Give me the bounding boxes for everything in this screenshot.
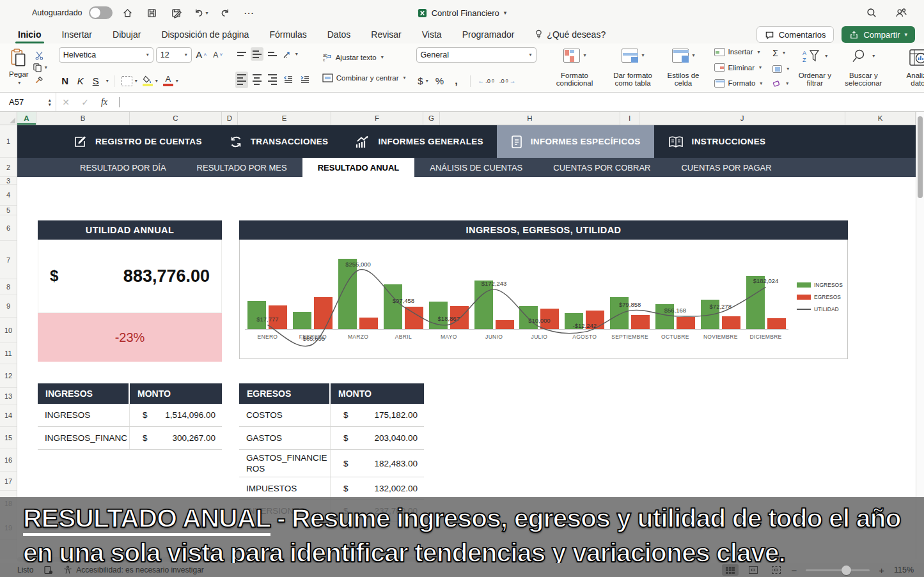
page-layout-view-button[interactable] bbox=[745, 564, 762, 576]
find-select-button[interactable]: ▾ Buscar y seleccionar bbox=[836, 47, 890, 88]
clear-button[interactable]: ▾ bbox=[772, 80, 789, 88]
home-icon[interactable] bbox=[119, 5, 137, 20]
decrease-decimal-button[interactable]: .00→ bbox=[498, 74, 517, 88]
row-header-5[interactable]: 5 bbox=[0, 206, 17, 215]
search-icon[interactable] bbox=[863, 5, 881, 20]
comments-button[interactable]: Comentarios bbox=[756, 26, 834, 43]
ribbon-tab-dibujar[interactable]: Dibujar bbox=[112, 27, 141, 42]
subnav-tab-resultado-por-día[interactable]: RESULTADO POR DÍA bbox=[65, 158, 182, 177]
macro-record-icon[interactable] bbox=[43, 565, 53, 574]
legend-item-ingresos[interactable]: INGRESOS bbox=[797, 282, 843, 288]
column-header-I[interactable]: I bbox=[620, 112, 639, 125]
page-break-view-button[interactable] bbox=[768, 564, 785, 576]
borders-button[interactable]: ▾ bbox=[120, 74, 139, 88]
fill-color-button[interactable]: ▾ bbox=[141, 74, 159, 88]
font-name-select[interactable]: Helvetica▾ bbox=[59, 47, 153, 63]
increase-indent-button[interactable] bbox=[298, 73, 312, 87]
zoom-in-button[interactable]: + bbox=[879, 565, 884, 576]
subnav-tab-cuentas-por-pagar[interactable]: CUENTAS POR PAGAR bbox=[666, 158, 787, 177]
column-header-A[interactable]: A bbox=[17, 112, 36, 125]
formula-input[interactable] bbox=[120, 93, 924, 111]
conditional-format-button[interactable]: ▾ Formato condicional bbox=[547, 47, 603, 88]
row-header-14[interactable]: 14 bbox=[0, 404, 17, 427]
currency-format-button[interactable]: $▾ bbox=[416, 74, 430, 88]
row-header-13[interactable]: 13 bbox=[0, 388, 17, 404]
autosum-button[interactable]: Σ▾ bbox=[772, 48, 789, 58]
more-icon[interactable]: ⋯ bbox=[240, 5, 258, 20]
vertical-scrollbar[interactable] bbox=[916, 112, 924, 559]
wrap-text-button[interactable]: abc Ajustar texto▾ bbox=[322, 53, 406, 62]
column-header-E[interactable]: E bbox=[238, 112, 331, 125]
sort-filter-button[interactable]: AZ▾ Ordenar y filtrar bbox=[793, 47, 836, 88]
save-as-icon[interactable] bbox=[168, 5, 185, 20]
copy-button[interactable]: ▾ bbox=[31, 61, 49, 73]
align-top-button[interactable] bbox=[235, 49, 248, 59]
row-header-2[interactable]: 2 bbox=[0, 158, 17, 177]
percent-format-button[interactable]: % bbox=[433, 74, 447, 88]
zoom-slider-thumb[interactable] bbox=[842, 565, 851, 575]
ribbon-tab--qu-deseas-[interactable]: ¿Qué deseas? bbox=[534, 27, 606, 42]
name-box-stepper[interactable]: ▲▼ bbox=[48, 98, 52, 107]
name-box[interactable]: A57 ▲▼ bbox=[0, 93, 56, 111]
decrease-indent-button[interactable] bbox=[281, 73, 295, 87]
font-color-button[interactable]: A▾ bbox=[162, 74, 180, 88]
insert-cells-button[interactable]: Insertar▾ bbox=[714, 48, 763, 56]
ribbon-tab-disposici-n-de-p-gina[interactable]: Disposición de página bbox=[161, 27, 249, 42]
paste-button[interactable]: Pegar ▾ bbox=[6, 47, 31, 88]
column-header-J[interactable]: J bbox=[639, 112, 845, 125]
row-header-6[interactable]: 6 bbox=[0, 215, 17, 241]
subnav-tab-resultado-por-mes[interactable]: RESULTADO POR MES bbox=[182, 158, 302, 177]
ribbon-tab-inicio[interactable]: Inicio bbox=[17, 27, 42, 42]
row-header-8[interactable]: 8 bbox=[0, 279, 17, 295]
increase-decimal-button[interactable]: ←.00 bbox=[477, 74, 496, 88]
delete-cells-button[interactable]: Eliminar▾ bbox=[714, 63, 763, 72]
bold-button[interactable]: N bbox=[59, 75, 72, 86]
row-header-7[interactable]: 7 bbox=[0, 241, 17, 279]
row-header-1[interactable]: 1 bbox=[0, 125, 17, 158]
format-as-table-button[interactable]: ▾ Dar formato como tabla bbox=[603, 47, 663, 88]
doc-title-chevron-icon[interactable]: ▾ bbox=[504, 10, 507, 16]
increase-font-icon[interactable]: A˄ bbox=[194, 48, 208, 62]
column-header-H[interactable]: H bbox=[440, 112, 620, 125]
cut-button[interactable] bbox=[31, 50, 49, 62]
underline-button[interactable]: S bbox=[90, 75, 102, 86]
row-header-3[interactable]: 3 bbox=[0, 177, 17, 185]
row-header-10[interactable]: 10 bbox=[0, 318, 17, 343]
nav-item-informes-específicos[interactable]: INFORMES ESPECÍFICOS bbox=[497, 125, 654, 158]
legend-item-egresos[interactable]: EGRESOS bbox=[797, 294, 843, 300]
font-size-select[interactable]: 12▾ bbox=[156, 47, 192, 63]
number-format-select[interactable]: General▾ bbox=[416, 47, 536, 63]
nav-item-instrucciones[interactable]: INSTRUCCIONES bbox=[654, 125, 779, 158]
nav-item-informes-generales[interactable]: INFORMES GENERALES bbox=[341, 125, 496, 158]
column-header-B[interactable]: B bbox=[36, 112, 130, 125]
format-cells-button[interactable]: Formato▾ bbox=[714, 79, 763, 88]
autosave-toggle[interactable] bbox=[89, 6, 113, 19]
row-header-17[interactable]: 17 bbox=[0, 472, 17, 491]
ribbon-tab-insertar[interactable]: Insertar bbox=[61, 27, 93, 42]
chart-area[interactable]: ENERO$17,777FEBRERO-$65,655MARZO$255,000… bbox=[239, 240, 848, 359]
row-header-4[interactable]: 4 bbox=[0, 185, 17, 206]
orientation-button[interactable]: ▾ bbox=[281, 47, 299, 61]
merge-center-button[interactable]: Combinar y centrar▾ bbox=[322, 73, 406, 82]
subnav-tab-resultado-anual[interactable]: RESULTADO ANUAL bbox=[302, 158, 415, 177]
fill-button[interactable]: ▾ bbox=[772, 65, 789, 73]
subnav-tab-cuentas-por-cobrar[interactable]: CUENTAS POR COBRAR bbox=[538, 158, 666, 177]
format-painter-button[interactable] bbox=[31, 73, 49, 86]
ribbon-tab-revisar[interactable]: Revisar bbox=[370, 27, 402, 42]
cell-styles-button[interactable]: ▾ Estilos de celda bbox=[663, 47, 704, 88]
align-left-button[interactable] bbox=[235, 72, 248, 88]
row-header-12[interactable]: 12 bbox=[0, 364, 17, 388]
undo-icon[interactable]: ▾ bbox=[192, 5, 210, 20]
accessibility-status[interactable]: Accesibilidad: es necesario investigar bbox=[76, 565, 203, 574]
people-icon[interactable] bbox=[892, 5, 910, 20]
decrease-font-icon[interactable]: A˅ bbox=[211, 48, 225, 62]
ribbon-tab-datos[interactable]: Datos bbox=[327, 27, 352, 42]
nav-item-registro-de-cuentas[interactable]: REGISTRO DE CUENTAS bbox=[60, 125, 215, 158]
column-header-K[interactable]: K bbox=[845, 112, 916, 125]
share-button[interactable]: Compartir ▾ bbox=[842, 26, 915, 43]
insert-function-icon[interactable]: fx bbox=[95, 97, 114, 107]
column-header-C[interactable]: C bbox=[130, 112, 222, 125]
subnav-tab-análisis-de-cuentas[interactable]: ANÁLISIS DE CUENTAS bbox=[414, 158, 538, 177]
select-all-corner[interactable] bbox=[0, 112, 17, 125]
italic-button[interactable]: K bbox=[74, 75, 87, 86]
